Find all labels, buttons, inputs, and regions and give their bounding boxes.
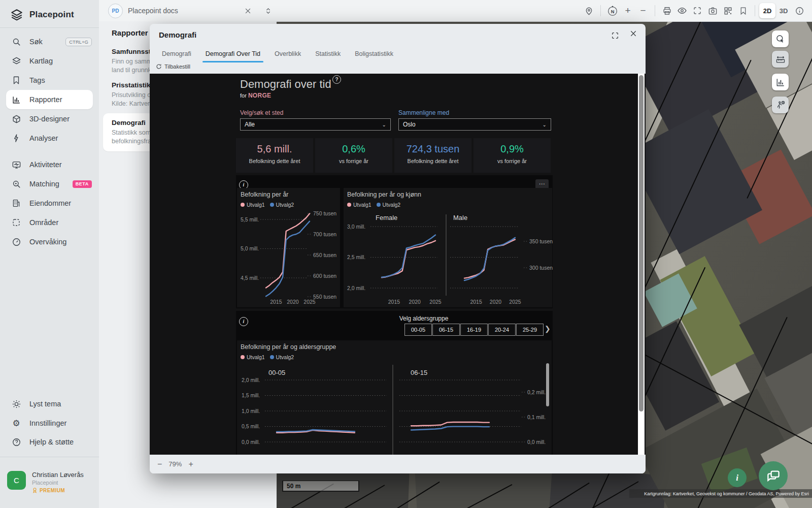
close-icon[interactable] [629,29,637,38]
map-travel-time-tool-button[interactable] [772,97,789,113]
sidebar-item-label: Analyser [29,134,58,142]
bar-chart-icon [775,77,786,87]
sidebar-item-kartlag[interactable]: Kartlag [0,51,99,71]
bookmark-icon[interactable] [735,3,751,18]
age-button-16-19[interactable]: 16-19 [460,324,488,336]
close-tab-icon[interactable] [240,3,255,18]
zoom-out-button[interactable]: − [157,460,162,469]
user-profile[interactable]: C Christian Løverås Placepoint PREMIUM [7,471,84,494]
compare-select[interactable]: Oslo ⌄ [398,118,551,131]
sidebar-item-overvaking[interactable]: Overvåking [0,232,99,251]
sidebar-item-hjelp[interactable]: Hjelp & støtte [0,432,99,452]
sidebar-item-analyser[interactable]: Analyser [0,129,99,148]
map-statistics-tool-button[interactable] [772,74,789,90]
tab-overblikk[interactable]: Overblikk [267,46,308,62]
svg-text:3,0 mill.: 3,0 mill. [347,224,365,230]
age-button-20-24[interactable]: 20-24 [488,324,516,336]
mode-3d-button[interactable]: 3D [775,3,792,18]
svg-text:0,5 mill.: 0,5 mill. [242,423,260,429]
svg-text:0,0 mill.: 0,0 mill. [242,439,260,445]
top-toolbar: PD Placepoint docs N + − 2D 3D [99,0,812,22]
sidebar-item-sok[interactable]: Søk CTRL+G [0,32,99,51]
map-select-tool-button[interactable] [772,30,789,47]
sidebar-item-rapporter[interactable]: Rapporter [6,90,93,109]
sidebar-item-label: Kartlag [29,57,53,65]
qr-code-icon[interactable] [720,3,735,18]
zoom-level: 79% [168,460,182,468]
chevron-right-icon[interactable]: ❯ [545,325,551,333]
chat-bubbles-icon [766,468,781,484]
demografi-modal: Demografi Demografi Demografi Over Tid O… [150,24,646,473]
tab-demografi-over-tid[interactable]: Demografi Over Tid [198,46,267,62]
zoom-out-icon[interactable]: − [635,3,651,18]
location-pin-icon[interactable] [581,3,596,18]
camera-icon[interactable] [705,3,720,18]
logo-row[interactable]: Placepoint [0,0,99,27]
divider [755,5,755,16]
stat-value: 0,6% [315,143,392,155]
beta-badge: BETA [73,180,92,188]
age-button-06-15[interactable]: 06-15 [432,324,460,336]
info-circle-icon[interactable] [792,3,807,18]
map-measure-tool-button[interactable] [772,51,789,68]
help-icon [11,437,21,447]
stat-label: Befolkning dette året [236,158,313,164]
svg-text:2020: 2020 [490,299,502,305]
help-icon[interactable]: ? [332,75,341,84]
doc-tab-title: Placepoint docs [128,7,235,15]
visibility-icon[interactable] [674,3,690,18]
info-icon[interactable]: i [239,317,248,326]
sidebar: Placepoint Søk CTRL+G Kartlag Tags Rappo… [0,0,99,508]
sidebar-item-label: Rapporter [29,96,62,104]
chart-scrollbar[interactable] [546,363,549,406]
chevron-down-icon: ⌄ [382,122,386,128]
tab-demografi[interactable]: Demografi [155,46,198,62]
mode-2d-button[interactable]: 2D [759,3,775,18]
zoom-in-icon[interactable]: + [620,3,635,18]
svg-text:1,5 mill.: 1,5 mill. [242,392,260,398]
stat-value: 5,6 mill. [236,143,313,155]
sidebar-item-omrader[interactable]: Områder [0,213,99,232]
age-button-25-29[interactable]: 25-29 [516,324,544,336]
document-tab[interactable]: PD Placepoint docs [108,3,276,18]
sidebar-item-innstillinger[interactable]: ⚙ Innstillinger [0,414,99,433]
modal-scrollbar-track[interactable] [638,74,645,455]
chart-title: Befolkning per år og aldersgruppe [241,343,336,351]
expand-icon[interactable] [611,31,619,40]
sidebar-item-label: Eiendommer [29,199,71,207]
tab-statistikk[interactable]: Statistikk [308,46,348,62]
sidebar-item-lyst-tema[interactable]: Lyst tema [0,394,99,414]
stat-value: 0,9% [473,143,551,155]
sidebar-item-matching[interactable]: Matching BETA [0,174,99,194]
search-match-icon [11,179,21,189]
stat-value: 724,3 tusen [394,143,471,155]
chart-befolkning-per-ar: 5,5 mill.5,0 mill.4,5 mill.750 tusen700 … [237,188,340,307]
divider [655,5,655,16]
user-org: Placepoint [32,480,84,486]
place-select[interactable]: Alle ⌄ [240,118,391,131]
svg-text:2015: 2015 [388,299,400,305]
report-subtitle: for NORGE [240,92,271,99]
divider [0,457,99,457]
doc-initials-badge: PD [108,4,123,18]
sidebar-item-aktiviteter[interactable]: Aktiviteter [0,155,99,174]
sidebar-item-tags[interactable]: Tags [0,71,99,90]
chat-fab-button[interactable] [759,461,788,490]
reset-button[interactable]: Tilbakestill [156,64,190,70]
sidebar-item-eiendommer[interactable]: Eiendommer [0,194,99,213]
medal-icon [32,487,38,494]
print-icon[interactable] [659,3,674,18]
tab-boligstatistikk[interactable]: Boligstatistikk [348,46,400,62]
info-icon: i [736,473,738,483]
legend-dot [377,203,381,207]
cube-icon [11,114,21,124]
info-fab-button[interactable]: i [728,468,747,487]
zoom-in-button[interactable]: + [188,460,193,469]
sidebar-item-3d-designer[interactable]: 3D-designer [0,109,99,129]
sort-icon[interactable] [260,3,276,18]
plan-label: PREMIUM [40,488,65,493]
fullscreen-icon[interactable] [690,3,705,18]
compass-icon[interactable]: N [605,3,620,18]
modal-scrollbar-thumb[interactable] [639,75,644,411]
age-button-00-05[interactable]: 00-05 [404,324,432,336]
